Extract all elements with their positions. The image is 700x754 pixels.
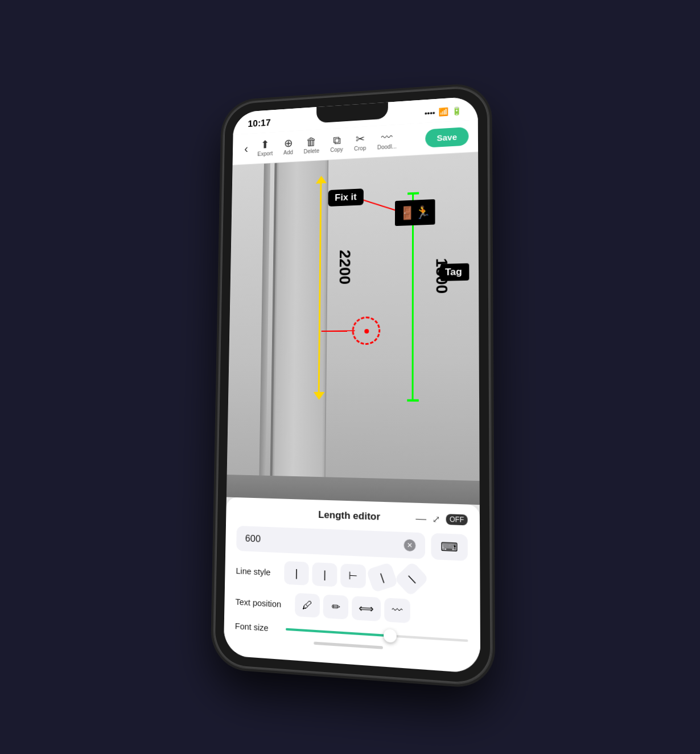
wifi-icon: 📶 [438,107,448,117]
tag-label[interactable]: Tag [438,263,470,281]
line-style-2[interactable]: | [312,562,337,587]
keyboard-icon: ⌨ [440,539,458,554]
red-dot-center [364,329,369,333]
panel-title: Length editor [318,509,380,522]
minimize-icon[interactable]: — [415,512,426,525]
line-style-label: Line style [236,565,279,577]
delete-label: Delete [304,147,320,154]
signal-icon: •••• [425,108,435,117]
scene-background: Fix it 🚪🏃 2200 1800 Tag [227,152,480,505]
text-position-row: Text position 🖊 ✏ ⟺ 〰 [235,590,468,627]
line-style-1[interactable]: | [284,561,309,585]
doodle-icon: 〰 [381,131,393,143]
status-time: 10:17 [248,117,270,129]
panel-header: Length editor — ⤢ OFF [237,506,468,526]
keyboard-button[interactable]: ⌨ [431,533,467,561]
phone-screen: 10:17 •••• 📶 🔋 ‹ ⬆ Export ⊕ Add [224,96,480,674]
copy-label: Copy [330,146,343,153]
copy-icon: ⧉ [333,134,341,146]
doodle-label: Doodl... [377,143,397,150]
add-icon: ⊕ [283,137,293,149]
copy-button[interactable]: ⧉ Copy [326,131,347,155]
status-icons: •••• 📶 🔋 [425,106,462,117]
text-position-label: Text position [235,596,290,609]
input-row: 600 ✕ ⌨ [236,525,468,561]
line-style-3[interactable]: ⊢ [340,563,366,588]
clear-button[interactable]: ✕ [404,539,416,551]
add-label: Add [283,149,293,155]
back-button[interactable]: ‹ [241,139,251,158]
position-option-4[interactable]: 〰 [384,598,410,623]
position-option-1[interactable]: 🖊 [295,592,320,617]
panel-header-icons: — ⤢ OFF [415,512,467,526]
crop-label: Crop [354,145,366,151]
fix-it-tag[interactable]: Fix it [328,188,363,207]
line-style-5[interactable]: | [394,561,429,596]
line-style-4[interactable]: | [366,562,398,592]
image-area: Fix it 🚪🏃 2200 1800 Tag [227,152,480,505]
crop-button[interactable]: ✂ Crop [349,130,370,154]
phone-frame: 10:17 •••• 📶 🔋 ‹ ⬆ Export ⊕ Add [213,85,492,686]
add-button[interactable]: ⊕ Add [279,135,297,158]
toggle-icon[interactable]: OFF [446,514,468,525]
phone-wrapper: 10:17 •••• 📶 🔋 ‹ ⬆ Export ⊕ Add [196,64,504,690]
export-label: Export [257,150,273,157]
line-style-row: Line style | | ⊢ | | [236,558,468,593]
measurement-label-2200: 2200 [336,249,354,285]
position-option-3[interactable]: ⟺ [352,596,381,621]
export-button[interactable]: ⬆ Export [253,136,277,159]
save-button[interactable]: Save [425,126,468,147]
position-option-2[interactable]: ✏ [323,594,349,619]
expand-icon[interactable]: ⤢ [433,513,440,524]
exit-icon: 🚪🏃 [400,204,430,220]
red-horizontal-line [322,330,355,332]
exit-sign: 🚪🏃 [395,199,435,226]
line-style-options: | | ⊢ | | [284,561,468,594]
home-bar [314,641,383,649]
battery-icon: 🔋 [452,106,462,116]
doodle-button[interactable]: 〰 Doodl... [373,129,401,153]
crop-icon: ✂ [355,133,365,144]
value-text: 600 [245,533,261,545]
export-icon: ⬆ [261,138,270,150]
bottom-panel: Length editor — ⤢ OFF 600 ✕ ⌨ [224,497,480,673]
font-slider-thumb[interactable] [384,628,397,642]
text-position-options: 🖊 ✏ ⟺ 〰 [295,592,410,623]
delete-icon: 🗑 [306,135,317,147]
value-input-field[interactable]: 600 ✕ [236,525,425,559]
delete-button[interactable]: 🗑 Delete [299,133,324,156]
